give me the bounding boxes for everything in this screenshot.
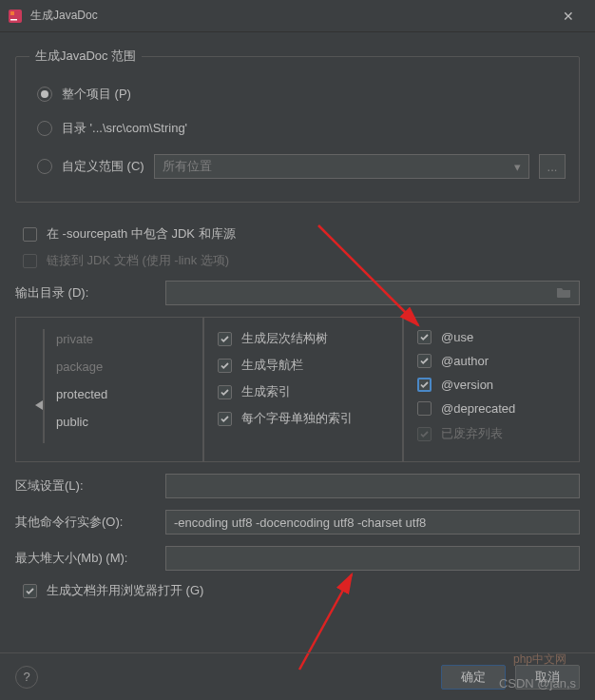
checkbox-label: 生成层次结构树 xyxy=(241,330,328,347)
window-title: 生成JavaDoc xyxy=(30,8,549,24)
ok-button[interactable]: 确定 xyxy=(441,665,506,690)
visibility-column: private package protected public xyxy=(15,317,203,462)
checkbox-icon xyxy=(417,378,432,392)
checkbox-icon xyxy=(417,401,432,416)
checkbox-icon xyxy=(218,412,232,426)
checkbox-label: @version xyxy=(441,378,493,392)
cli-label: 其他命令行实参(O): xyxy=(15,514,158,531)
help-button[interactable]: ? xyxy=(15,666,38,689)
checkbox-icon xyxy=(417,354,432,368)
folder-icon[interactable] xyxy=(556,285,571,301)
locale-row: 区域设置(L): xyxy=(15,474,580,498)
checkbox-label: 生成文档并用浏览器打开 (G) xyxy=(47,582,203,599)
gen-split-index-checkbox[interactable]: 每个字母单独的索引 xyxy=(218,410,389,427)
tag-deprecated-list-checkbox: 已废弃列表 xyxy=(417,425,566,442)
checkbox-label: 已废弃列表 xyxy=(441,425,503,442)
checkbox-icon xyxy=(23,227,37,242)
cli-row: 其他命令行实参(O): -encoding utf8 -docencoding … xyxy=(15,510,580,535)
checkbox-icon xyxy=(417,427,432,441)
visibility-private[interactable]: private xyxy=(56,332,189,346)
checkbox-icon xyxy=(218,359,232,373)
scope-group: 生成JavaDoc 范围 整个项目 (P) 目录 '...\src\com\St… xyxy=(15,48,580,203)
radio-icon xyxy=(37,87,52,102)
visibility-protected[interactable]: protected xyxy=(56,387,189,401)
heap-label: 最大堆大小(Mb) (M): xyxy=(15,550,158,567)
checkbox-label: @deprecated xyxy=(441,401,515,416)
radio-icon xyxy=(37,121,52,136)
checkbox-icon xyxy=(23,254,37,268)
app-icon xyxy=(8,9,23,24)
checkbox-label: 生成导航栏 xyxy=(241,357,303,374)
visibility-public[interactable]: public xyxy=(56,415,189,429)
link-jdk-checkbox: 链接到 JDK 文档 (使用 -link 选项) xyxy=(23,252,580,269)
open-browser-checkbox[interactable]: 生成文档并用浏览器打开 (G) xyxy=(23,582,580,599)
options-columns: private package protected public 生成层次结构树… xyxy=(15,317,580,462)
cli-input[interactable]: -encoding utf8 -docencoding utf8 -charse… xyxy=(165,510,580,535)
checkbox-label: 链接到 JDK 文档 (使用 -link 选项) xyxy=(47,252,229,269)
tag-use-checkbox[interactable]: @use xyxy=(417,330,566,344)
tags-column: @use @author @version @deprecated 已废弃列表 xyxy=(403,317,580,462)
checkbox-label: 在 -sourcepath 中包含 JDK 和库源 xyxy=(47,225,236,243)
checkbox-label: 生成索引 xyxy=(241,383,291,400)
radio-icon xyxy=(37,159,52,174)
locale-label: 区域设置(L): xyxy=(15,477,158,495)
checkbox-icon xyxy=(218,332,232,346)
output-dir-input[interactable] xyxy=(165,281,580,305)
close-icon[interactable]: ✕ xyxy=(549,9,587,24)
chevron-down-icon: ▾ xyxy=(514,160,521,174)
cancel-button[interactable]: 取消 xyxy=(515,665,580,690)
dialog-footer: ? 确定 取消 xyxy=(0,652,595,700)
radio-label: 整个项目 (P) xyxy=(62,86,131,103)
radio-label: 目录 '...\src\com\String' xyxy=(62,120,187,137)
locale-input[interactable] xyxy=(165,474,580,498)
browse-scope-button[interactable]: ... xyxy=(539,154,566,179)
output-dir-row: 输出目录 (D): xyxy=(15,281,580,305)
title-bar: 生成JavaDoc ✕ xyxy=(0,0,595,32)
checkbox-icon xyxy=(417,330,432,344)
heap-input[interactable] xyxy=(165,546,580,571)
scope-legend: 生成JavaDoc 范围 xyxy=(29,48,142,65)
tag-version-checkbox[interactable]: @version xyxy=(417,378,566,392)
checkbox-label: 每个字母单独的索引 xyxy=(241,410,353,427)
checkbox-icon xyxy=(23,584,37,598)
tag-deprecated-checkbox[interactable]: @deprecated xyxy=(417,401,566,416)
slider-track xyxy=(43,329,45,443)
radio-label: 自定义范围 (C) xyxy=(62,158,144,175)
radio-directory[interactable]: 目录 '...\src\com\String' xyxy=(37,120,566,137)
svg-rect-1 xyxy=(10,11,14,15)
generate-column: 生成层次结构树 生成导航栏 生成索引 每个字母单独的索引 xyxy=(203,317,403,462)
gen-navbar-checkbox[interactable]: 生成导航栏 xyxy=(218,357,389,374)
checkbox-label: @use xyxy=(441,330,473,344)
tag-author-checkbox[interactable]: @author xyxy=(417,354,566,368)
gen-index-checkbox[interactable]: 生成索引 xyxy=(218,383,389,400)
radio-custom-scope[interactable]: 自定义范围 (C) 所有位置 ▾ ... xyxy=(37,154,566,179)
gen-hierarchy-checkbox[interactable]: 生成层次结构树 xyxy=(218,330,389,347)
heap-row: 最大堆大小(Mb) (M): xyxy=(15,546,580,571)
combo-value: 所有位置 xyxy=(163,158,212,175)
custom-scope-combo[interactable]: 所有位置 ▾ xyxy=(154,154,529,179)
checkbox-label: @author xyxy=(441,354,489,368)
svg-rect-2 xyxy=(10,19,17,21)
output-dir-label: 输出目录 (D): xyxy=(15,284,158,301)
include-jdk-checkbox[interactable]: 在 -sourcepath 中包含 JDK 和库源 xyxy=(23,225,580,243)
radio-whole-project[interactable]: 整个项目 (P) xyxy=(37,86,566,103)
slider-handle[interactable] xyxy=(33,399,52,414)
checkbox-icon xyxy=(218,385,232,399)
visibility-package[interactable]: package xyxy=(56,360,189,374)
